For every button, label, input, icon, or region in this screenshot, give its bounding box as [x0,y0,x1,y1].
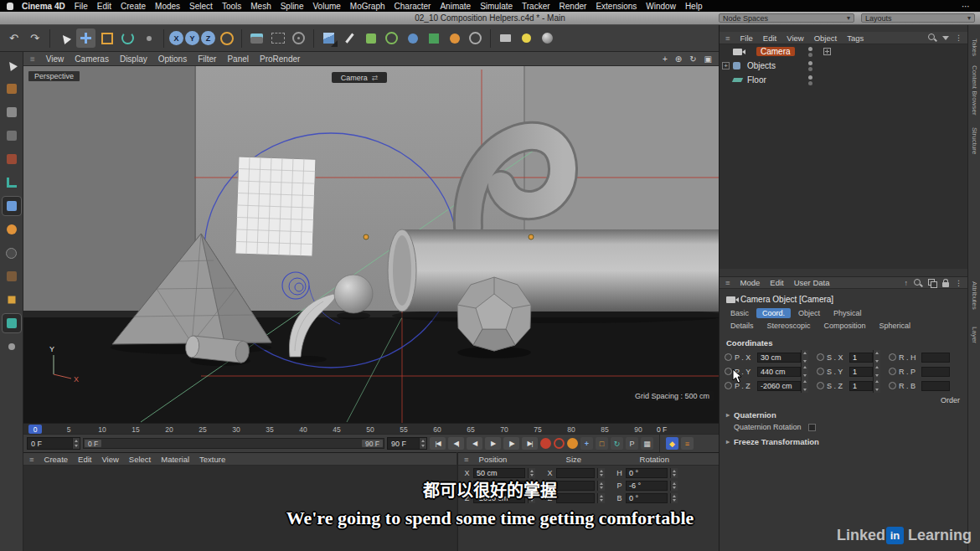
record-parameter-toggle[interactable]: P [626,437,638,450]
primitive-cube-icon[interactable] [319,28,338,48]
keyframe-circle-icon[interactable] [725,382,732,389]
menu-select[interactable]: Select [189,2,213,11]
frame-stepper[interactable] [419,438,426,449]
range-start-grip[interactable]: 0 F [85,440,101,447]
tweak-mode-icon[interactable] [3,267,21,286]
live-selection-tool-icon[interactable] [55,28,75,48]
keyframe-circle-icon[interactable] [817,382,824,389]
rb-field[interactable] [921,381,950,391]
viewport[interactable]: Y X Perspective Camera ⇄ Grid Spacing : … [23,66,719,423]
sy-field[interactable]: 1 [849,367,873,377]
value-stepper[interactable] [873,378,880,393]
points-mode-icon[interactable] [3,150,21,168]
coordinate-system-icon[interactable] [217,28,236,48]
om-menu-object[interactable]: Object [814,33,837,43]
orbit-view-icon[interactable]: ↻ [689,54,696,64]
tab-details[interactable]: Details [725,321,760,331]
timeline-ruler[interactable]: 0 5 10 15 20 25 30 35 40 45 50 55 60 65 … [23,423,719,435]
goto-end-button[interactable]: ▶| [522,437,538,450]
render-settings-icon[interactable] [289,28,308,48]
panel-grip-icon[interactable]: ≡ [464,455,469,464]
last-tool-icon[interactable] [139,28,158,48]
menu-cinema4d[interactable]: Cinema 4D [22,2,65,11]
rotate-tool-icon[interactable] [118,28,137,48]
tab-object[interactable]: Object [792,308,826,318]
panel-grip-icon[interactable]: ≡ [30,54,35,64]
spline-primitive-icon[interactable] [382,28,401,48]
kebab-menu-icon[interactable]: ⋮ [955,279,962,287]
sz-field[interactable]: 1 [849,381,873,391]
render-region-icon[interactable] [268,28,287,48]
expand-icon[interactable]: + [722,62,730,70]
spline-pen-icon[interactable] [340,28,359,48]
enable-axis-icon[interactable] [3,220,21,239]
om-menu-tags[interactable]: Tags [847,33,864,43]
kebab-menu-icon[interactable]: ⋮ [955,33,962,42]
menu-animate[interactable]: Animate [440,2,471,11]
apple-icon[interactable] [7,3,13,10]
viewport-menu-cameras[interactable]: Cameras [75,54,109,64]
menu-file[interactable]: File [75,2,88,11]
record-button[interactable] [540,438,551,449]
next-key-button[interactable]: |▶ [503,437,519,450]
menu-simulate[interactable]: Simulate [480,2,513,11]
menu-mesh[interactable]: Mesh [250,2,271,11]
perspective-label[interactable]: Perspective [28,71,80,81]
keyframe-circle-icon[interactable] [817,353,824,361]
record-scale-toggle[interactable]: □ [596,437,608,450]
menu-tools[interactable]: Tools [222,2,241,11]
search-icon[interactable] [928,33,936,42]
x-axis-lock-button[interactable]: X [169,31,183,45]
goto-start-button[interactable]: |◀ [430,437,446,450]
size-header[interactable]: Size [566,455,630,464]
menu-create[interactable]: Create [121,2,146,11]
make-editable-icon[interactable] [3,56,21,75]
position-header[interactable]: Position [479,455,556,464]
active-camera-toggle-icon[interactable] [823,48,831,55]
swap-camera-icon[interactable]: ⇄ [372,74,379,82]
node-spaces-select[interactable]: Node Spaces ▾ [719,13,854,23]
frame-stepper[interactable] [72,438,80,449]
tab-stereoscopic[interactable]: Stereoscopic [761,321,817,331]
menu-modes[interactable]: Modes [155,2,180,11]
autokey-button[interactable] [554,438,565,449]
zoom-view-icon[interactable]: ⊕ [675,54,682,64]
viewport-menu-options[interactable]: Options [158,54,187,64]
material-menu-texture[interactable]: Texture [199,455,225,464]
redo-button[interactable]: ↷ [25,28,44,48]
record-position-toggle[interactable]: + [580,437,593,450]
object-row-objects[interactable]: + Objects [720,59,968,73]
filter-icon[interactable] [942,36,949,40]
menu-help[interactable]: Help [685,2,703,11]
quantize-icon[interactable] [3,337,21,356]
undo-button[interactable]: ↶ [4,28,23,48]
side-tab-layer[interactable]: Layer [971,327,978,343]
tab-basic[interactable]: Basic [725,308,755,318]
keyframe-circle-icon[interactable] [889,382,896,389]
record-rotation-toggle[interactable]: ↻ [611,437,623,450]
current-frame-field[interactable]: 0 F [27,437,80,450]
freeze-section[interactable]: ▸ Freeze Transformation [720,431,968,447]
object-row-camera[interactable]: Camera [720,44,968,59]
material-menu-view[interactable]: View [101,455,118,464]
range-end-grip[interactable]: 90 F [362,440,383,447]
material-menu-edit[interactable]: Edit [78,455,91,464]
toggle-view-icon[interactable]: ▣ [704,54,712,64]
viewport-scene[interactable]: Y X [23,66,719,423]
object-name[interactable]: Floor [747,75,766,85]
sx-field[interactable]: 1 [849,353,873,363]
om-menu-file[interactable]: File [740,33,753,43]
quaternion-section[interactable]: ▸ Quaternion [720,404,968,420]
om-menu-edit[interactable]: Edit [763,33,776,43]
material-ball-icon[interactable] [538,28,557,48]
material-menu-create[interactable]: Create [44,455,69,464]
panel-grip-icon[interactable]: ≡ [725,278,730,287]
render-view-icon[interactable] [247,28,266,48]
menubar-more-icon[interactable]: ⋯ [962,2,970,11]
move-tool-icon[interactable] [76,28,95,48]
timeline-mode-button[interactable]: ≡ [681,437,694,450]
value-stepper[interactable] [801,350,808,364]
hook-object[interactable] [468,136,563,227]
search-icon[interactable] [914,279,922,287]
rh-field[interactable] [921,353,950,363]
